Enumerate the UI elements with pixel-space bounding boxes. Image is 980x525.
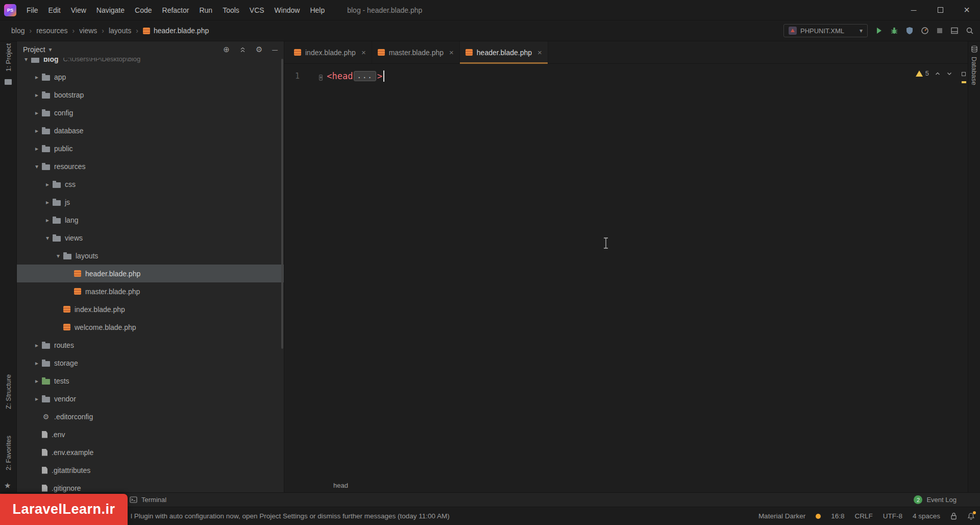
theme-name[interactable]: Material Darker [758, 512, 805, 520]
run-button[interactable] [875, 27, 883, 35]
fold-marker-icon[interactable]: + [319, 75, 323, 81]
chevron-icon[interactable] [42, 217, 53, 224]
chevron-icon[interactable] [53, 252, 63, 259]
debug-button[interactable] [890, 27, 898, 35]
tree-item[interactable]: css [17, 175, 284, 193]
caret-position[interactable]: 16:8 [831, 512, 844, 520]
tree-item[interactable]: resources [17, 157, 284, 175]
menu-item[interactable]: View [66, 4, 91, 17]
chevron-icon[interactable] [32, 163, 42, 170]
warnings-indicator[interactable]: 5 [916, 69, 929, 77]
menu-item[interactable]: VCS [244, 4, 270, 17]
tree-item[interactable]: vendor [17, 390, 284, 408]
maximize-button[interactable] [927, 0, 953, 20]
chevron-icon[interactable] [32, 395, 42, 402]
file-encoding[interactable]: UTF-8 [883, 512, 902, 520]
chevron-down-icon[interactable]: ▾ [49, 46, 52, 53]
tree-item[interactable]: config [17, 104, 284, 122]
star-icon[interactable]: ★ [4, 481, 11, 490]
run-with-coverage-button[interactable] [905, 27, 914, 35]
hide-panel-button[interactable]: ─ [272, 45, 278, 54]
chevron-icon[interactable] [32, 91, 42, 99]
tree-item[interactable]: .env [17, 425, 284, 443]
tree-item[interactable]: database [17, 122, 284, 139]
chevron-icon[interactable] [32, 127, 42, 134]
close-button[interactable]: × [953, 0, 980, 20]
project-view-title[interactable]: Project [23, 45, 45, 54]
editor[interactable]: 1 + <head ... > 5 [284, 64, 968, 478]
scrollbar[interactable] [281, 59, 283, 349]
menu-item[interactable]: Help [305, 4, 330, 17]
chevron-icon[interactable] [32, 360, 42, 367]
tree-item[interactable]: storage [17, 354, 284, 372]
project-tool-button[interactable]: 1: Project [5, 43, 12, 71]
terminal-tool-button[interactable]: Terminal [130, 496, 166, 504]
favorites-tool-button[interactable]: 2: Favorites [5, 436, 12, 470]
tree-item[interactable]: .gitignore [17, 479, 284, 492]
indent-style[interactable]: 4 spaces [913, 512, 940, 520]
tree-item[interactable]: js [17, 193, 284, 211]
tree-item[interactable]: tests [17, 372, 284, 390]
locate-file-button[interactable]: ⊕ [223, 45, 230, 54]
inspection-status-icon[interactable] [962, 72, 966, 76]
minimize-button[interactable]: ─ [900, 0, 927, 20]
stop-button[interactable] [936, 27, 943, 34]
chevron-icon[interactable] [32, 74, 42, 81]
prev-problem-button[interactable] [935, 70, 941, 77]
tree-item[interactable]: layouts [17, 247, 284, 265]
tree-item[interactable]: index.blade.php [17, 300, 284, 318]
collapse-all-button[interactable] [239, 46, 246, 53]
search-everywhere-button[interactable] [966, 27, 974, 35]
event-log-button[interactable]: 2 Event Log [914, 495, 957, 504]
folder-icon[interactable] [5, 79, 12, 85]
chevron-icon[interactable] [32, 342, 42, 349]
tree-item[interactable]: public [17, 139, 284, 157]
tab-close-icon[interactable]: × [361, 48, 366, 57]
status-message[interactable]: l Plugin with auto configuration now, op… [131, 512, 450, 520]
folded-region[interactable]: ... [354, 71, 376, 81]
breadcrumb-item[interactable]: layouts [109, 27, 143, 35]
tool-window-layout-button[interactable] [950, 27, 959, 35]
tree-item[interactable]: header.blade.php [17, 265, 284, 282]
chevron-icon[interactable] [42, 234, 53, 242]
editor-tab[interactable]: header.blade.php × [460, 41, 548, 63]
tab-close-icon[interactable]: × [449, 48, 454, 57]
breadcrumb-item[interactable]: blog [11, 27, 36, 35]
chevron-icon[interactable] [32, 377, 42, 385]
tree-item[interactable]: lang [17, 211, 284, 229]
tree-item[interactable]: master.blade.php [17, 282, 284, 300]
editor-tab[interactable]: index.blade.php × [288, 41, 372, 63]
chevron-icon[interactable] [42, 181, 53, 188]
breadcrumb-item[interactable]: resources [36, 27, 79, 35]
breadcrumb-file[interactable]: header.blade.php [143, 27, 209, 35]
tree-item[interactable]: .env.example [17, 443, 284, 461]
structure-tool-button[interactable]: Z: Structure [5, 374, 12, 409]
editor-breadcrumb-item[interactable]: head [333, 482, 348, 489]
error-stripe-warning-mark[interactable] [962, 81, 966, 83]
profiler-button[interactable] [921, 27, 929, 35]
gear-icon[interactable]: ⚙ [256, 45, 262, 54]
menu-item[interactable]: File [21, 4, 43, 17]
run-configuration-select[interactable]: PHPUNIT.XML ▾ [783, 24, 868, 37]
tree-item[interactable]: bootstrap [17, 86, 284, 104]
next-problem-button[interactable] [946, 70, 952, 77]
chevron-icon[interactable] [42, 199, 53, 206]
menu-item[interactable]: Run [194, 4, 217, 17]
menu-item[interactable]: Navigate [91, 4, 130, 17]
tree-item[interactable]: routes [17, 336, 284, 354]
theme-color-dot[interactable] [816, 514, 821, 519]
lock-icon[interactable] [950, 512, 957, 520]
tree-item[interactable]: welcome.blade.php [17, 318, 284, 336]
breadcrumb-item[interactable]: views [79, 27, 109, 35]
chevron-icon[interactable] [32, 109, 42, 116]
menu-item[interactable]: Edit [43, 4, 66, 17]
menu-item[interactable]: Tools [217, 4, 244, 17]
menu-item[interactable]: Code [130, 4, 157, 17]
chevron-icon[interactable] [32, 145, 42, 152]
tab-close-icon[interactable]: × [537, 48, 542, 57]
tree-item[interactable]: .editorconfig [17, 408, 284, 425]
menu-item[interactable]: Window [270, 4, 305, 17]
notifications-bell-icon[interactable] [967, 512, 975, 520]
tree-item[interactable]: app [17, 68, 284, 86]
database-tool-button[interactable]: Database [970, 57, 978, 85]
